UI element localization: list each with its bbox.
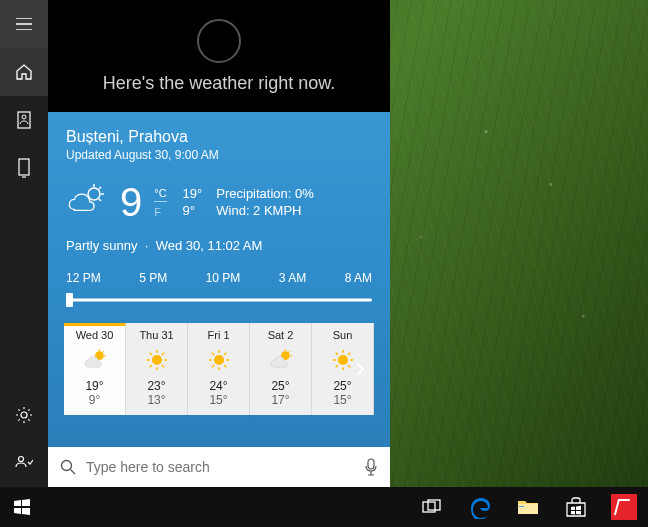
forecast-high: 25° [314, 379, 371, 393]
svg-rect-2 [19, 159, 29, 175]
svg-point-5 [88, 188, 100, 200]
partly-sunny-icon [66, 180, 110, 224]
svg-point-8 [213, 355, 223, 365]
store-icon [565, 497, 587, 517]
app-red-button[interactable] [600, 487, 648, 527]
forecast-day-name: Sun [314, 329, 371, 341]
timeline-label: 12 PM [66, 271, 101, 285]
edge-browser-button[interactable] [456, 487, 504, 527]
forecast-weather-icon [66, 345, 123, 375]
hamburger-menu-button[interactable] [0, 0, 48, 48]
search-input[interactable] [86, 459, 354, 475]
forecast-day[interactable]: Wed 30 19° 9° [64, 323, 126, 415]
cortana-prompt-text: Here's the weather right now. [103, 73, 336, 94]
folder-icon [517, 498, 539, 516]
hourly-timeline: 12 PM 5 PM 10 PM 3 AM 8 AM [66, 271, 372, 307]
forecast-day[interactable]: Sat 2 25° 17° [250, 323, 312, 415]
forecast-row: Wed 30 19° 9°Thu 31 23° 13°Fri 1 24° 15°… [64, 323, 374, 415]
high-temp: 19° [183, 186, 203, 201]
forecast-weather-icon [128, 345, 185, 375]
forecast-weather-icon [190, 345, 247, 375]
forecast-day-name: Sat 2 [252, 329, 309, 341]
windows-store-button[interactable] [552, 487, 600, 527]
cortana-panel: Here's the weather right now. Bușteni, P… [48, 0, 390, 487]
svg-rect-0 [18, 112, 30, 128]
weather-location: Bușteni, Prahova [66, 128, 372, 146]
file-explorer-button[interactable] [504, 487, 552, 527]
forecast-low: 15° [190, 393, 247, 407]
timeline-label: 5 PM [139, 271, 167, 285]
svg-point-7 [151, 355, 161, 365]
forecast-low: 17° [252, 393, 309, 407]
cortana-left-rail [0, 0, 48, 487]
red-app-icon [611, 494, 637, 520]
hamburger-icon [16, 18, 32, 30]
weather-card[interactable]: Bușteni, Prahova Updated August 30, 9:00… [48, 112, 390, 447]
slider-thumb[interactable] [66, 293, 73, 307]
notebook-icon [16, 111, 32, 129]
svg-point-11 [62, 461, 72, 471]
svg-point-3 [21, 412, 27, 418]
forecast-high: 24° [190, 379, 247, 393]
forecast-high: 19° [66, 379, 123, 393]
low-temp: 9° [183, 203, 203, 218]
task-view-icon [422, 499, 442, 515]
home-button[interactable] [0, 48, 48, 96]
settings-button[interactable] [0, 391, 48, 439]
forecast-high: 23° [128, 379, 185, 393]
cortana-header: Here's the weather right now. [48, 0, 390, 112]
hi-lo-temps: 19° 9° [183, 186, 203, 218]
device-icon [17, 158, 31, 178]
taskbar [0, 487, 648, 527]
current-weather-row: 9 °C F 19° 9° Precipitation: 0% Wind: 2 … [66, 180, 372, 224]
home-icon [15, 63, 33, 81]
forecast-low: 15° [314, 393, 371, 407]
slider-track [66, 299, 372, 302]
search-bar[interactable] [48, 447, 390, 487]
condition-time: Wed 30, 11:02 AM [156, 238, 263, 253]
microphone-icon[interactable] [364, 458, 378, 476]
windows-logo-icon [14, 499, 30, 515]
wind-label: Wind: 2 KMPH [216, 203, 314, 218]
forecast-high: 25° [252, 379, 309, 393]
weather-details: Precipitation: 0% Wind: 2 KMPH [216, 186, 314, 218]
cortana-ring-icon [197, 19, 241, 63]
condition-text: Partly sunny [66, 238, 138, 253]
current-temperature: 9 [120, 182, 142, 222]
timeline-label: 3 AM [279, 271, 306, 285]
search-icon [60, 459, 76, 475]
celsius-unit[interactable]: °C [154, 187, 166, 202]
timeline-label: 10 PM [206, 271, 241, 285]
start-button[interactable] [0, 487, 45, 527]
forecast-day-name: Thu 31 [128, 329, 185, 341]
notebook-button[interactable] [0, 96, 48, 144]
condition-line: Partly sunny · Wed 30, 11:02 AM [66, 238, 372, 253]
forecast-day[interactable]: Thu 31 23° 13° [126, 323, 188, 415]
precipitation-label: Precipitation: 0% [216, 186, 314, 201]
devices-button[interactable] [0, 144, 48, 192]
svg-rect-15 [519, 506, 524, 507]
feedback-icon [15, 454, 33, 472]
gear-icon [15, 406, 33, 424]
forecast-day[interactable]: Fri 1 24° 15° [188, 323, 250, 415]
svg-point-1 [22, 115, 26, 119]
edge-icon [468, 495, 492, 519]
timeline-slider[interactable] [66, 293, 372, 307]
fahrenheit-unit[interactable]: F [154, 204, 166, 218]
svg-point-10 [337, 355, 347, 365]
timeline-label: 8 AM [345, 271, 372, 285]
forecast-low: 13° [128, 393, 185, 407]
forecast-weather-icon [252, 345, 309, 375]
task-view-button[interactable] [408, 487, 456, 527]
forecast-day-name: Fri 1 [190, 329, 247, 341]
svg-rect-12 [368, 459, 374, 469]
taskbar-search-area [45, 487, 408, 527]
temperature-units[interactable]: °C F [154, 187, 166, 218]
chevron-right-icon[interactable] [350, 359, 370, 379]
forecast-low: 9° [66, 393, 123, 407]
forecast-day-name: Wed 30 [66, 329, 123, 341]
feedback-button[interactable] [0, 439, 48, 487]
svg-point-4 [19, 457, 24, 462]
weather-updated: Updated August 30, 9:00 AM [66, 148, 372, 162]
